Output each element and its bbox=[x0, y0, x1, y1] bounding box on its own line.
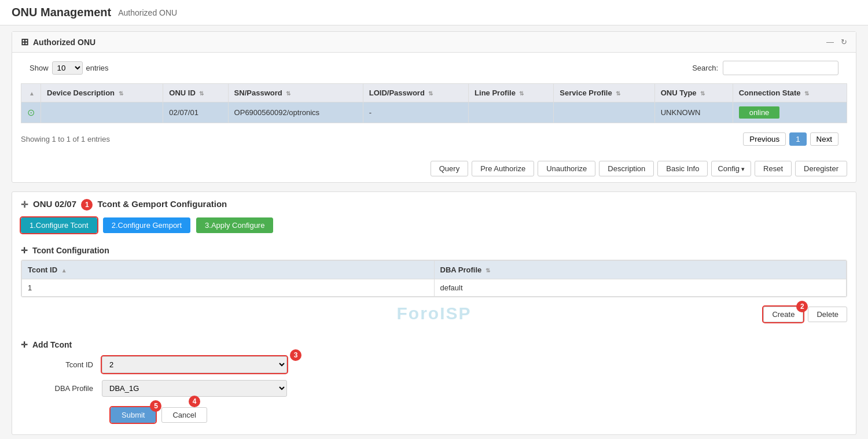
cell-onu-id: 02/07/01 bbox=[163, 102, 228, 123]
cell-loid-password: - bbox=[363, 102, 468, 123]
dba-profile-select[interactable]: DBA_1G default DBA_100M bbox=[102, 380, 287, 397]
cell-service-profile bbox=[554, 102, 654, 123]
query-button[interactable]: Query bbox=[431, 161, 468, 176]
tcont-id-cell: 1 bbox=[22, 279, 435, 297]
configure-gemport-button[interactable]: 2.Configure Gemport bbox=[103, 217, 190, 233]
search-label: Search: bbox=[692, 64, 718, 72]
entries-select[interactable]: 10 25 50 100 bbox=[52, 61, 83, 75]
deregister-button[interactable]: Deregister bbox=[795, 161, 847, 176]
previous-button[interactable]: Previous bbox=[743, 132, 786, 146]
panel-title: Authorized ONU bbox=[33, 38, 95, 47]
entries-suffix: entries bbox=[86, 64, 109, 72]
badge-1: 1 bbox=[81, 199, 93, 211]
col-sel: ▲ bbox=[21, 84, 41, 102]
cell-line-profile bbox=[469, 102, 554, 123]
dba-profile-label: DBA Profile bbox=[21, 384, 102, 393]
tcont-id-select[interactable]: 2 1 3 4 5 bbox=[102, 356, 287, 373]
unauthorize-button[interactable]: Unauthorize bbox=[538, 161, 595, 176]
tcont-id-label: Tcont ID bbox=[21, 360, 102, 369]
app-title: ONU Management bbox=[12, 6, 111, 19]
tcont-config-title: Tcont Configuration bbox=[32, 246, 109, 255]
col-dba-profile-header[interactable]: DBA Profile ⇅ bbox=[434, 261, 847, 279]
add-tcont-icon: ✛ bbox=[21, 340, 28, 349]
reset-button[interactable]: Reset bbox=[755, 161, 792, 176]
cell-sn-password: OP6900560092/optronics bbox=[228, 102, 363, 123]
col-connection-state[interactable]: Connection State ⇅ bbox=[733, 84, 847, 102]
col-line-profile[interactable]: Line Profile ⇅ bbox=[469, 84, 554, 102]
col-service-profile[interactable]: Service Profile ⇅ bbox=[554, 84, 654, 102]
online-badge: online bbox=[739, 106, 780, 119]
show-entries-label: Show bbox=[30, 64, 49, 72]
puzzle-icon: ✛ bbox=[21, 200, 28, 210]
tcont-config-icon: ✛ bbox=[21, 246, 28, 255]
tcont-row[interactable]: 1 default bbox=[22, 279, 847, 297]
next-button[interactable]: Next bbox=[810, 132, 838, 146]
breadcrumb: Authorized ONU bbox=[118, 8, 177, 17]
badge-3: 3 bbox=[290, 349, 301, 361]
config-section-title: ONU 02/07 1 Tcont & Gemport Configuratio… bbox=[33, 199, 227, 211]
delete-button[interactable]: Delete bbox=[808, 307, 847, 322]
add-tcont-title-text: Add Tcont bbox=[32, 340, 72, 349]
page-1-button[interactable]: 1 bbox=[789, 132, 806, 146]
search-input[interactable] bbox=[723, 61, 838, 75]
cell-device-description bbox=[41, 102, 163, 123]
badge-5: 5 bbox=[150, 400, 161, 412]
badge-2: 2 bbox=[796, 301, 808, 312]
apply-configure-button[interactable]: 3.Apply Configure bbox=[196, 217, 273, 233]
cell-onu-type: UNKNOWN bbox=[654, 102, 733, 123]
pre-authorize-button[interactable]: Pre Authorize bbox=[472, 161, 534, 176]
config-button[interactable]: Config bbox=[711, 161, 751, 176]
col-onu-id[interactable]: ONU ID ⇅ bbox=[163, 84, 228, 102]
dba-profile-cell: default bbox=[434, 279, 847, 297]
col-loid-password[interactable]: LOID/Password ⇅ bbox=[363, 84, 468, 102]
col-device-description[interactable]: Device Description ⇅ bbox=[41, 84, 163, 102]
submit-button[interactable]: Submit bbox=[111, 407, 156, 423]
cancel-button[interactable]: Cancel bbox=[161, 407, 207, 423]
table-row[interactable]: ⊙ 02/07/01 OP6900560092/optronics - UNKN… bbox=[21, 102, 847, 123]
cell-connection-state: online bbox=[733, 102, 847, 123]
configure-tcont-button[interactable]: 1.Configure Tcont bbox=[21, 217, 97, 233]
showing-info: Showing 1 to 1 of 1 entries bbox=[21, 135, 110, 143]
col-tcont-id-header[interactable]: Tcont ID ▲ bbox=[22, 261, 435, 279]
description-button[interactable]: Description bbox=[599, 161, 654, 176]
refresh-icon[interactable]: ↻ bbox=[841, 38, 847, 46]
panel-grid-icon: ⊞ bbox=[21, 36, 28, 47]
badge-4: 4 bbox=[189, 396, 200, 407]
col-onu-type[interactable]: ONU Type ⇅ bbox=[654, 84, 733, 102]
basic-info-button[interactable]: Basic Info bbox=[657, 161, 708, 176]
minimize-icon[interactable]: — bbox=[826, 38, 834, 46]
row-select-icon: ⊙ bbox=[27, 108, 35, 117]
col-sn-password[interactable]: SN/Password ⇅ bbox=[228, 84, 363, 102]
